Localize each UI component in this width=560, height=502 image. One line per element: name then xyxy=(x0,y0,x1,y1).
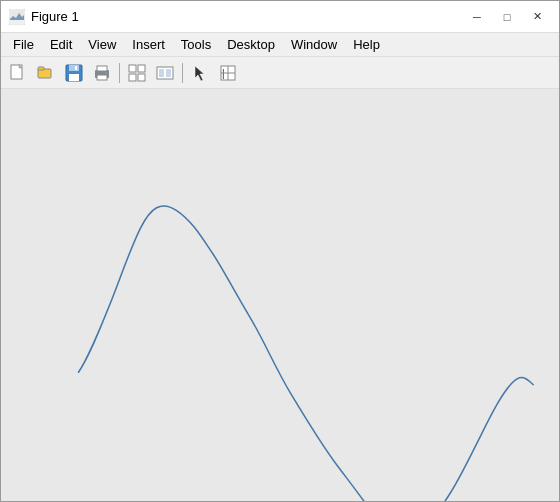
print-icon xyxy=(93,64,111,82)
svg-point-14 xyxy=(105,72,107,74)
toolbar-separator-1 xyxy=(119,63,120,83)
title-controls: ─ □ ✕ xyxy=(463,7,551,27)
menu-view[interactable]: View xyxy=(80,35,124,54)
save-button[interactable] xyxy=(61,60,87,86)
menu-desktop[interactable]: Desktop xyxy=(219,35,283,54)
toolbar: | xyxy=(1,57,559,89)
maximize-button[interactable]: □ xyxy=(493,7,521,27)
title-left: Figure 1 xyxy=(9,9,79,25)
title-bar: Figure 1 ─ □ ✕ xyxy=(1,1,559,33)
subplots-icon xyxy=(156,64,174,82)
svg-rect-13 xyxy=(97,75,107,80)
main-window: Figure 1 ─ □ ✕ File Edit View Insert Too… xyxy=(0,0,560,502)
svg-rect-15 xyxy=(129,65,136,72)
open-button[interactable] xyxy=(33,60,59,86)
svg-rect-16 xyxy=(138,65,145,72)
new-figure-button[interactable] xyxy=(5,60,31,86)
svg-rect-18 xyxy=(138,74,145,81)
toolbar-separator-2 xyxy=(182,63,183,83)
menubar: File Edit View Insert Tools Desktop Wind… xyxy=(1,33,559,57)
data-cursor-button[interactable]: | xyxy=(215,60,241,86)
menu-insert[interactable]: Insert xyxy=(124,35,173,54)
subplots-button[interactable] xyxy=(152,60,178,86)
zoom-icon xyxy=(128,64,146,82)
menu-edit[interactable]: Edit xyxy=(42,35,80,54)
close-button[interactable]: ✕ xyxy=(523,7,551,27)
svg-rect-27 xyxy=(1,89,559,501)
menu-window[interactable]: Window xyxy=(283,35,345,54)
svg-marker-22 xyxy=(195,66,204,81)
svg-rect-2 xyxy=(10,20,24,24)
svg-rect-21 xyxy=(166,69,171,77)
svg-rect-17 xyxy=(129,74,136,81)
data-cursor-icon: | xyxy=(219,64,237,82)
svg-rect-10 xyxy=(75,66,77,70)
new-icon xyxy=(9,64,27,82)
zoom-button[interactable] xyxy=(124,60,150,86)
menu-file[interactable]: File xyxy=(5,35,42,54)
cursor-icon xyxy=(191,64,209,82)
open-icon xyxy=(37,64,55,82)
save-icon xyxy=(65,64,83,82)
menu-tools[interactable]: Tools xyxy=(173,35,219,54)
plot-area xyxy=(1,89,559,501)
menu-help[interactable]: Help xyxy=(345,35,388,54)
svg-rect-8 xyxy=(69,65,79,71)
minimize-button[interactable]: ─ xyxy=(463,7,491,27)
svg-rect-20 xyxy=(159,69,164,77)
window-title: Figure 1 xyxy=(31,9,79,24)
svg-rect-12 xyxy=(97,66,107,71)
svg-rect-6 xyxy=(38,67,44,70)
sine-chart xyxy=(1,89,559,501)
select-button[interactable] xyxy=(187,60,213,86)
svg-rect-9 xyxy=(69,74,79,81)
print-button[interactable] xyxy=(89,60,115,86)
app-icon xyxy=(9,9,25,25)
